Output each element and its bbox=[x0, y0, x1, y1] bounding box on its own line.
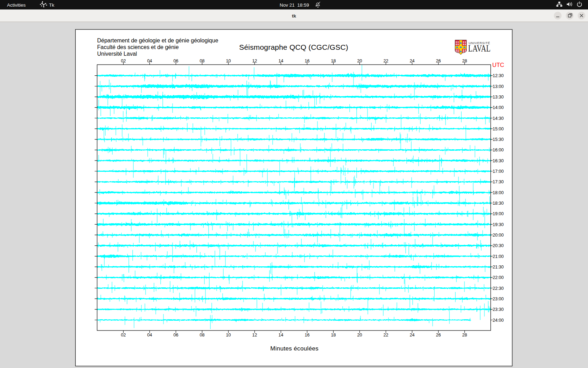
svg-text:12: 12 bbox=[252, 333, 257, 338]
svg-text:16:30: 16:30 bbox=[492, 158, 504, 163]
svg-text:18:00: 18:00 bbox=[492, 190, 504, 195]
svg-text:06: 06 bbox=[173, 59, 178, 63]
svg-text:20:00: 20:00 bbox=[492, 233, 504, 238]
svg-text:16: 16 bbox=[304, 333, 309, 338]
svg-text:15:00: 15:00 bbox=[492, 127, 504, 131]
svg-text:16:00: 16:00 bbox=[492, 148, 504, 152]
svg-text:20: 20 bbox=[357, 333, 362, 338]
svg-text:28: 28 bbox=[462, 333, 467, 338]
svg-text:tk: tk bbox=[292, 13, 296, 19]
svg-text:18:30: 18:30 bbox=[492, 201, 504, 206]
svg-text:16: 16 bbox=[304, 59, 309, 63]
svg-text:15:30: 15:30 bbox=[492, 137, 504, 142]
svg-text:13:30: 13:30 bbox=[492, 95, 504, 100]
svg-text:20:30: 20:30 bbox=[492, 243, 504, 248]
svg-text:23:30: 23:30 bbox=[492, 307, 504, 312]
svg-text:Activities: Activities bbox=[7, 2, 26, 8]
svg-text:10: 10 bbox=[226, 333, 231, 338]
svg-text:24: 24 bbox=[410, 59, 414, 63]
svg-text:17:00: 17:00 bbox=[492, 169, 504, 174]
svg-text:22:30: 22:30 bbox=[492, 286, 504, 291]
svg-text:24: 24 bbox=[410, 333, 414, 338]
svg-text:28: 28 bbox=[462, 59, 467, 63]
svg-text:Université Laval: Université Laval bbox=[97, 51, 137, 57]
svg-text:14: 14 bbox=[278, 333, 283, 338]
svg-text:26: 26 bbox=[436, 333, 441, 338]
svg-text:02: 02 bbox=[121, 59, 126, 63]
svg-text:Faculté des sciences et de gén: Faculté des sciences et de génie bbox=[97, 44, 179, 50]
svg-text:Minutes écoulées: Minutes écoulées bbox=[270, 345, 318, 352]
svg-text:19:00: 19:00 bbox=[492, 211, 504, 216]
svg-text:14:30: 14:30 bbox=[492, 116, 504, 121]
svg-text:02: 02 bbox=[121, 333, 126, 338]
svg-text:Département de géologie et de: Département de géologie et de génie géol… bbox=[97, 38, 218, 43]
svg-text:Séismographe QCQ (CGC/GSC): Séismographe QCQ (CGC/GSC) bbox=[239, 43, 348, 51]
svg-text:22:00: 22:00 bbox=[492, 275, 504, 280]
svg-text:21:00: 21:00 bbox=[492, 254, 504, 259]
svg-text:12: 12 bbox=[252, 59, 257, 63]
svg-text:21:30: 21:30 bbox=[492, 265, 504, 270]
svg-text:Nov 21 18:59: Nov 21 18:59 bbox=[280, 2, 309, 8]
svg-text:22: 22 bbox=[383, 59, 388, 63]
svg-text:13:00: 13:00 bbox=[492, 84, 504, 89]
svg-text:Tk: Tk bbox=[49, 2, 54, 8]
svg-text:04: 04 bbox=[147, 333, 152, 338]
svg-text:26: 26 bbox=[436, 59, 441, 63]
svg-text:12:30: 12:30 bbox=[492, 73, 504, 78]
svg-text:10: 10 bbox=[226, 59, 231, 63]
svg-text:04: 04 bbox=[147, 59, 152, 63]
svg-text:24:00: 24:00 bbox=[492, 318, 504, 323]
svg-text:UTC: UTC bbox=[492, 62, 504, 68]
svg-text:14: 14 bbox=[278, 59, 283, 63]
svg-text:22: 22 bbox=[383, 333, 388, 338]
svg-text:08: 08 bbox=[200, 59, 204, 63]
svg-text:19:30: 19:30 bbox=[492, 222, 504, 227]
svg-text:18: 18 bbox=[331, 333, 336, 338]
svg-text:06: 06 bbox=[173, 333, 178, 338]
svg-text:08: 08 bbox=[200, 333, 204, 338]
svg-text:LAVAL: LAVAL bbox=[468, 43, 491, 54]
svg-text:23:00: 23:00 bbox=[492, 297, 504, 301]
svg-text:20: 20 bbox=[357, 59, 362, 63]
svg-text:18: 18 bbox=[331, 59, 336, 63]
svg-text:17:30: 17:30 bbox=[492, 179, 504, 184]
svg-text:14:00: 14:00 bbox=[492, 105, 504, 110]
